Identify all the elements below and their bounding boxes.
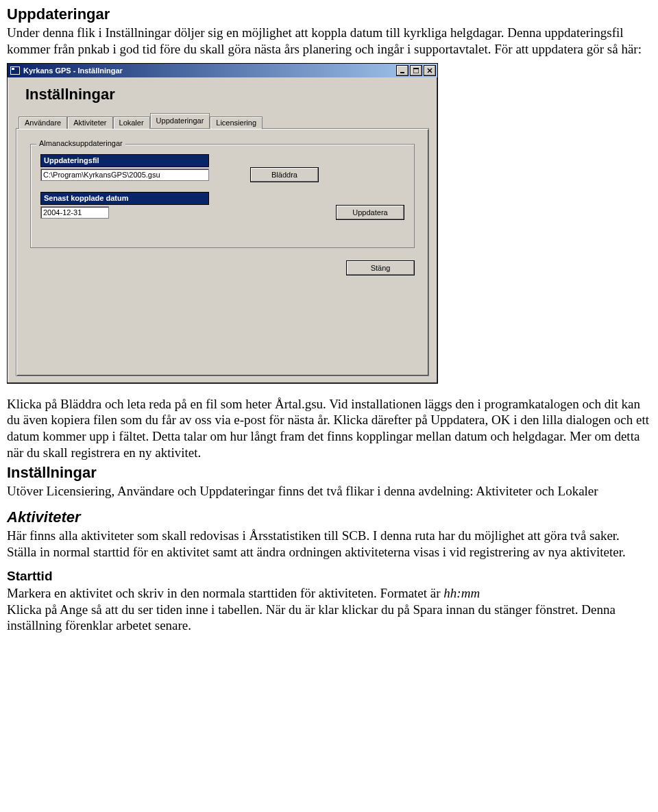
screenshot-dialog: Kyrkans GPS - Inställningar Inställninga… [7,63,651,384]
tab-licensiering[interactable]: Licensiering [210,116,263,129]
text-starttid-a: Markera en aktivitet och skriv in den no… [7,586,443,600]
browse-button[interactable]: Bläddra [250,167,319,182]
minimize-button[interactable] [396,65,409,76]
label-senast-datum: Senast kopplade datum [40,192,209,205]
group-legend: Almanacksuppdateringar [36,139,125,147]
tab-lokaler[interactable]: Lokaler [113,116,150,129]
dialog-heading: Inställningar [25,86,429,103]
maximize-button[interactable] [410,65,422,76]
label-uppdateringsfil: Uppdateringsfil [40,154,209,167]
tab-uppdateringar[interactable]: Uppdateringar [150,113,210,128]
window-title: Kyrkans GPS - Inställningar [23,66,396,75]
text-starttid-format: hh:mm [443,586,480,600]
tab-bar: Användare Aktiviteter Lokaler Uppdaterin… [19,113,429,128]
para-starttid: Markera en aktivitet och skriv in den no… [7,585,651,634]
svg-rect-3 [400,72,404,73]
para-installningar: Utöver Licensiering, Användare och Uppda… [7,483,651,500]
tab-anvandare[interactable]: Användare [19,116,67,129]
input-uppdateringsfil[interactable] [40,169,209,181]
input-senast-datum[interactable] [40,206,109,219]
svg-rect-2 [12,68,14,70]
para-aktiviteter: Här finns alla aktiviteter som skall red… [7,528,651,561]
heading-uppdateringar: Uppdateringar [7,5,651,23]
heading-starttid: Starttid [7,569,651,584]
app-icon [10,66,21,75]
heading-aktiviteter: Aktiviteter [7,508,651,526]
field-senast-datum: Senast kopplade datum Uppdatera [40,192,404,220]
text-starttid-b: Klicka på Ange så att du ser tiden inne … [7,602,616,633]
tab-aktiviteter[interactable]: Aktiviteter [67,116,112,129]
para-uppdateringar: Under denna flik i Inställningar döljer … [7,25,651,58]
groupbox-almanack: Almanacksuppdateringar Uppdateringsfil B… [30,144,415,248]
close-button[interactable] [424,65,436,76]
titlebar: Kyrkans GPS - Inställningar [8,64,437,77]
update-button[interactable]: Uppdatera [336,205,404,220]
svg-rect-5 [413,68,419,69]
settings-window: Kyrkans GPS - Inställningar Inställninga… [7,63,438,384]
heading-installningar: Inställningar [7,464,651,482]
para-after-screenshot: Klicka på Bläddra och leta reda på en fi… [7,396,651,461]
field-uppdateringsfil: Uppdateringsfil Bläddra [40,154,404,182]
tab-panel: Almanacksuppdateringar Uppdateringsfil B… [16,128,429,376]
close-dialog-button[interactable]: Stäng [346,260,415,275]
